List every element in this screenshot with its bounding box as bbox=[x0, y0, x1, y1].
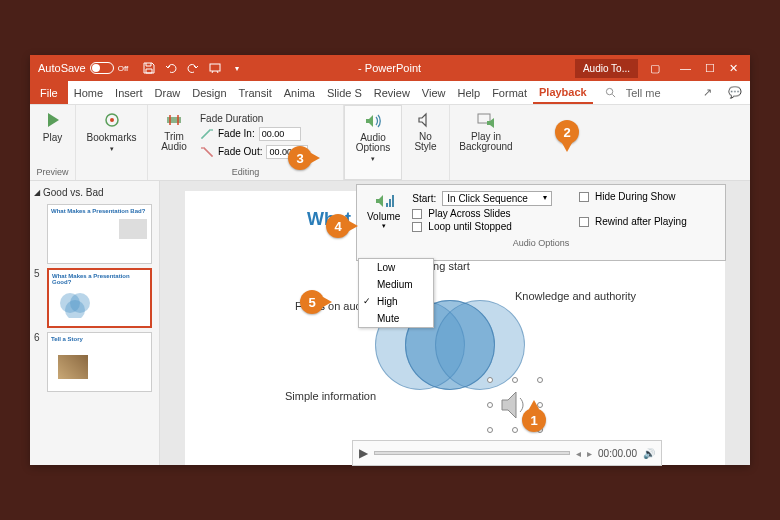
play-in-background-button[interactable]: Play in Background bbox=[456, 108, 516, 154]
player-seek-track[interactable] bbox=[374, 451, 570, 455]
section-header[interactable]: ◢ Good vs. Bad bbox=[34, 185, 155, 200]
node-simple: Simple information bbox=[285, 390, 376, 402]
start-label: Start: bbox=[412, 193, 436, 204]
share-icon[interactable]: ↗ bbox=[695, 81, 720, 104]
fade-out-icon bbox=[200, 147, 214, 157]
bookmark-icon bbox=[102, 110, 122, 130]
thumbnail-row[interactable]: 6 Tell a Story bbox=[34, 332, 155, 392]
trim-icon bbox=[164, 110, 184, 130]
slide-thumbnail[interactable]: What Makes a Presentation Bad? bbox=[47, 204, 152, 264]
player-next-button[interactable]: ▸ bbox=[587, 448, 592, 459]
comments-icon[interactable]: 💬 bbox=[720, 81, 750, 104]
svg-rect-4 bbox=[167, 117, 181, 123]
tab-playback[interactable]: Playback bbox=[533, 81, 593, 104]
tab-format[interactable]: Format bbox=[486, 81, 533, 104]
undo-icon[interactable] bbox=[164, 61, 178, 75]
close-button[interactable]: ✕ bbox=[729, 62, 738, 75]
player-volume-icon[interactable]: 🔊 bbox=[643, 448, 655, 459]
tab-view[interactable]: View bbox=[416, 81, 452, 104]
svg-rect-10 bbox=[389, 199, 391, 207]
svg-rect-11 bbox=[392, 195, 394, 207]
chevron-down-icon: ▾ bbox=[371, 155, 375, 163]
volume-option-low[interactable]: Low bbox=[359, 259, 433, 276]
start-dropdown[interactable]: In Click Sequence ▾ bbox=[442, 191, 552, 206]
speaker-icon bbox=[416, 110, 436, 130]
player-time: 00:00.00 bbox=[598, 448, 637, 459]
thumbnail-row[interactable]: 5 What Makes a Presentation Good? bbox=[34, 268, 155, 328]
save-icon[interactable] bbox=[142, 61, 156, 75]
slide-thumbnail[interactable]: Tell a Story bbox=[47, 332, 152, 392]
group-editing: Editing bbox=[154, 165, 337, 177]
tab-help[interactable]: Help bbox=[452, 81, 487, 104]
audio-options-button[interactable]: Audio Options ▾ bbox=[351, 109, 395, 165]
tab-animations[interactable]: Anima bbox=[278, 81, 321, 104]
contextual-tab-audio[interactable]: Audio To... bbox=[575, 59, 638, 78]
volume-menu: Low Medium High Mute bbox=[358, 258, 434, 328]
tab-insert[interactable]: Insert bbox=[109, 81, 149, 104]
trim-audio-button[interactable]: Trim Audio bbox=[154, 108, 194, 164]
audio-options-group-label: Audio Options bbox=[363, 238, 719, 248]
redo-icon[interactable] bbox=[186, 61, 200, 75]
play-across-checkbox[interactable]: Play Across Slides bbox=[412, 208, 571, 219]
tab-file[interactable]: File bbox=[30, 81, 68, 104]
play-button[interactable]: Play bbox=[36, 108, 69, 145]
play-icon bbox=[43, 110, 63, 130]
checkbox-icon bbox=[412, 209, 422, 219]
audio-options-panel: Volume ▾ Start: In Click Sequence ▾ Play… bbox=[356, 184, 726, 261]
fade-in-input[interactable] bbox=[259, 127, 301, 141]
volume-icon bbox=[374, 191, 394, 211]
slide-thumbnail-panel: ◢ Good vs. Bad What Makes a Presentation… bbox=[30, 181, 160, 465]
present-icon[interactable] bbox=[208, 61, 222, 75]
autosave-toggle[interactable]: AutoSave Off bbox=[30, 62, 136, 74]
autosave-label: AutoSave bbox=[38, 62, 86, 74]
fade-in-icon bbox=[200, 129, 214, 139]
player-play-button[interactable]: ▶ bbox=[359, 446, 368, 460]
tell-me-search[interactable]: Tell me bbox=[599, 81, 673, 104]
svg-rect-9 bbox=[386, 203, 388, 207]
ribbon: Play Preview Bookmarks ▾ Trim Audio Fade… bbox=[30, 105, 750, 181]
search-icon bbox=[605, 87, 616, 98]
title-bar: AutoSave Off ▾ - PowerPoint Audio To... … bbox=[30, 55, 750, 81]
slide-thumbnail-selected[interactable]: What Makes a Presentation Good? bbox=[47, 268, 152, 328]
volume-option-medium[interactable]: Medium bbox=[359, 276, 433, 293]
volume-option-mute[interactable]: Mute bbox=[359, 310, 433, 327]
rewind-checkbox[interactable]: Rewind after Playing bbox=[579, 216, 719, 227]
thumb-img bbox=[58, 355, 88, 379]
tab-slideshow[interactable]: Slide S bbox=[321, 81, 368, 104]
tab-review[interactable]: Review bbox=[368, 81, 416, 104]
fade-in-label: Fade In: bbox=[218, 128, 255, 139]
thumbnail-row[interactable]: What Makes a Presentation Bad? bbox=[34, 204, 155, 264]
svg-point-1 bbox=[606, 88, 612, 94]
volume-button[interactable]: Volume ▾ bbox=[363, 189, 404, 234]
fade-duration-label: Fade Duration bbox=[200, 113, 308, 124]
minimize-button[interactable]: — bbox=[680, 62, 691, 75]
no-style-button[interactable]: No Style bbox=[408, 108, 443, 154]
group-preview: Preview bbox=[36, 165, 69, 177]
player-prev-button[interactable]: ◂ bbox=[576, 448, 581, 459]
callout-5: 5 bbox=[300, 290, 324, 314]
chevron-down-icon: ▾ bbox=[543, 193, 547, 204]
document-title: - PowerPoint bbox=[244, 62, 575, 74]
audio-options-icon bbox=[363, 111, 383, 131]
collapse-icon: ◢ bbox=[34, 188, 40, 197]
maximize-button[interactable]: ☐ bbox=[705, 62, 715, 75]
callout-4: 4 bbox=[326, 214, 350, 238]
checkbox-icon bbox=[579, 192, 589, 202]
thumb-diagram bbox=[55, 288, 95, 318]
qat-more-icon[interactable]: ▾ bbox=[230, 61, 244, 75]
quick-access-toolbar: ▾ bbox=[136, 61, 244, 75]
ribbon-display-icon[interactable]: ▢ bbox=[642, 62, 668, 75]
checkbox-icon bbox=[412, 222, 422, 232]
tab-draw[interactable]: Draw bbox=[149, 81, 187, 104]
chevron-down-icon: ▾ bbox=[382, 222, 386, 230]
toggle-icon bbox=[90, 62, 114, 74]
svg-rect-0 bbox=[210, 64, 220, 71]
bookmarks-button[interactable]: Bookmarks ▾ bbox=[82, 108, 141, 155]
tab-design[interactable]: Design bbox=[186, 81, 232, 104]
volume-option-high[interactable]: High bbox=[359, 293, 433, 310]
loop-checkbox[interactable]: Loop until Stopped bbox=[412, 221, 571, 232]
slide-diagram: A strong start Focus on audience needs K… bbox=[205, 230, 705, 450]
tab-transitions[interactable]: Transit bbox=[233, 81, 278, 104]
hide-checkbox[interactable]: Hide During Show bbox=[579, 191, 719, 202]
tab-home[interactable]: Home bbox=[68, 81, 109, 104]
